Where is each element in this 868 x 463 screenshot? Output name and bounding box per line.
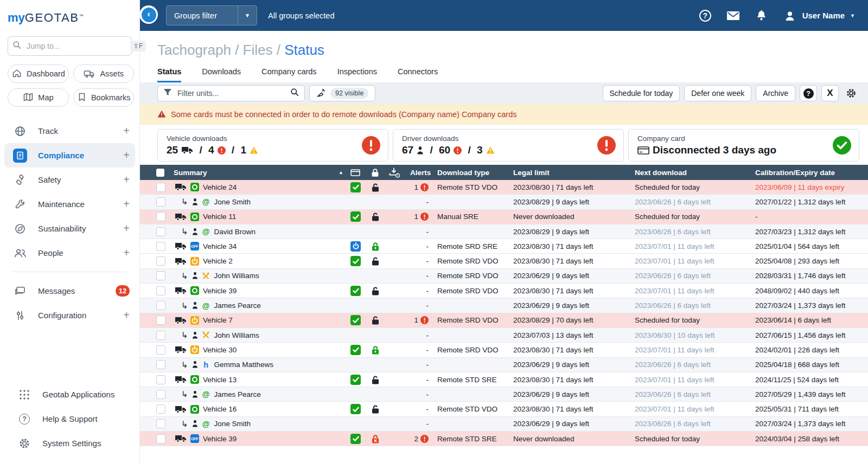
- user-menu-caret-icon[interactable]: ▼: [850, 13, 855, 18]
- sidebar-item-safety[interactable]: Safety+: [4, 168, 135, 192]
- row-checkbox[interactable]: [156, 331, 165, 340]
- select-all-checkbox[interactable]: [156, 169, 164, 177]
- col-legal-limit[interactable]: Legal limit: [513, 169, 635, 177]
- download-info-col-icon[interactable]: [388, 168, 410, 178]
- expand-plus-icon[interactable]: +: [123, 222, 130, 235]
- expand-plus-icon[interactable]: +: [123, 173, 130, 186]
- user-name[interactable]: User Name: [802, 11, 845, 20]
- breadcrumb-status[interactable]: Status: [284, 42, 324, 58]
- expand-plus-icon[interactable]: +: [123, 198, 130, 210]
- sidebar-item-sustainability[interactable]: Sustainability+: [4, 216, 135, 241]
- driver-row[interactable]: ↳John Williams-Remote SRD VDO2023/06/29 …: [140, 269, 868, 284]
- driver-row[interactable]: ↳@James Pearce-2023/06/29 | 9 days left2…: [140, 298, 868, 313]
- sidebar-item-help-support[interactable]: ?Help & Support: [9, 407, 131, 431]
- search-icon[interactable]: [290, 88, 299, 99]
- row-checkbox[interactable]: [156, 419, 165, 428]
- driver-row[interactable]: ↳hGemma Matthews-2023/06/29 | 9 days lef…: [140, 358, 868, 372]
- archive-button[interactable]: Archive: [756, 85, 795, 101]
- vehicle-name[interactable]: Vehicle 11: [203, 213, 236, 221]
- export-x-button[interactable]: X: [821, 85, 839, 101]
- vehicle-row[interactable]: Vehicle 2-Remote SRD VDO2023/08/30 | 71 …: [140, 254, 868, 268]
- row-checkbox[interactable]: [156, 404, 165, 414]
- company-card-col-icon[interactable]: [350, 169, 371, 176]
- row-checkbox[interactable]: [156, 183, 165, 192]
- col-alerts[interactable]: Alerts: [410, 169, 437, 177]
- sidebar-item-maintenance[interactable]: Maintenance+: [4, 192, 135, 216]
- summary-card-vehicle-downloads[interactable]: Vehicle downloads25 / 4 / 1: [157, 129, 388, 162]
- vehicle-row[interactable]: Vehicle 39-Remote SRD VDO2023/08/30 | 71…: [140, 284, 868, 298]
- driver-name[interactable]: Jone Smith: [214, 420, 251, 428]
- summary-card-driver-downloads[interactable]: Driver downloads67 / 60 / 3: [393, 129, 624, 162]
- driver-row[interactable]: ↳John Williams-2023/07/03 | 13 days left…: [140, 328, 868, 343]
- sidebar-item-people[interactable]: People+: [4, 241, 135, 265]
- clear-filter-button[interactable]: 92 visible: [309, 85, 375, 101]
- row-checkbox[interactable]: [156, 301, 165, 310]
- help-circle-button[interactable]: ?: [800, 85, 817, 101]
- row-checkbox[interactable]: [156, 390, 165, 399]
- sidebar-item-configuration[interactable]: Configuration+: [4, 303, 135, 327]
- row-checkbox[interactable]: [156, 227, 165, 236]
- vehicle-name[interactable]: Vehicle 39: [203, 435, 237, 443]
- sort-asc-icon[interactable]: ▲: [339, 170, 350, 175]
- driver-row[interactable]: ↳@David Brown-2023/08/29 | 9 days left20…: [140, 224, 868, 239]
- notifications-icon[interactable]: [755, 9, 769, 23]
- driver-row[interactable]: ↳@Jone Smith-2023/08/29 | 9 days left202…: [140, 195, 868, 209]
- sidebar-item-messages[interactable]: Messages12: [4, 279, 135, 303]
- expand-plus-icon[interactable]: +: [123, 247, 130, 259]
- jump-to-input[interactable]: [25, 41, 126, 51]
- col-next-download[interactable]: Next download: [635, 169, 755, 177]
- vehicle-name[interactable]: Vehicle 2: [203, 257, 233, 265]
- tab-company-cards[interactable]: Company cards: [261, 67, 317, 82]
- col-summary[interactable]: Summary: [173, 169, 339, 177]
- vehicle-row[interactable]: Vehicle 111Manual SRENever downloadedSch…: [140, 210, 868, 224]
- driver-name[interactable]: James Pearce: [214, 390, 261, 398]
- mail-icon[interactable]: [726, 9, 741, 23]
- driver-name[interactable]: James Pearce: [214, 301, 261, 310]
- user-icon[interactable]: [783, 9, 797, 23]
- vehicle-name[interactable]: Vehicle 13: [203, 376, 237, 384]
- tab-status[interactable]: Status: [157, 67, 181, 82]
- jump-to-search[interactable]: ⇧F: [8, 36, 132, 56]
- row-checkbox[interactable]: [156, 345, 165, 355]
- expand-plus-icon[interactable]: +: [123, 149, 130, 162]
- caret-down-icon[interactable]: ▼: [238, 6, 257, 25]
- col-download-type[interactable]: Download type: [437, 169, 513, 177]
- row-checkbox[interactable]: [156, 212, 165, 221]
- sidebar-item-compliance[interactable]: Compliance+: [4, 143, 135, 168]
- vehicle-row[interactable]: Vehicle 13-Remote STD SRE2023/08/30 | 71…: [140, 372, 868, 387]
- groups-filter-dropdown[interactable]: Groups filter ▼: [166, 5, 257, 25]
- lock-col-icon[interactable]: [371, 168, 388, 177]
- row-checkbox[interactable]: [156, 360, 165, 369]
- quick-button-assets[interactable]: Assets: [73, 65, 135, 83]
- vehicle-row[interactable]: Vehicle 30-Remote SRD VDO2023/08/30 | 71…: [140, 343, 868, 357]
- vehicle-name[interactable]: Vehicle 24: [203, 183, 237, 191]
- row-checkbox[interactable]: [156, 242, 165, 251]
- filter-units-input[interactable]: [176, 88, 286, 98]
- quick-button-map[interactable]: Map: [8, 88, 69, 107]
- driver-row[interactable]: ↳@Jone Smith-2023/06/29 | 9 days left202…: [140, 417, 868, 432]
- tab-inspections[interactable]: Inspections: [337, 67, 377, 82]
- row-checkbox[interactable]: [156, 271, 165, 280]
- settings-gear-button[interactable]: [843, 85, 859, 101]
- sidebar-collapse-button[interactable]: ‹: [139, 5, 158, 24]
- row-checkbox[interactable]: [156, 316, 165, 325]
- row-checkbox[interactable]: [156, 286, 165, 295]
- sidebar-item-system-settings[interactable]: System Settings: [9, 431, 131, 455]
- summary-card-company-card[interactable]: Company cardDisconnected 3 days ago: [628, 129, 859, 162]
- quick-button-bookmarks[interactable]: Bookmarks: [73, 88, 135, 107]
- row-checkbox[interactable]: [156, 256, 165, 266]
- breadcrumb-tachograph[interactable]: Tachograph: [157, 42, 231, 58]
- defer-one-week-button[interactable]: Defer one week: [684, 85, 751, 101]
- driver-row[interactable]: ↳@James Pearce-2023/06/29 | 9 days left2…: [140, 387, 868, 402]
- schedule-for-today-button[interactable]: Schedule for today: [603, 85, 680, 101]
- vehicle-name[interactable]: Vehicle 7: [203, 316, 233, 324]
- filter-units-input-wrap[interactable]: [157, 85, 305, 101]
- vehicle-row[interactable]: Vehicle 71Remote SRD VDO2023/08/29 | 70 …: [140, 313, 868, 328]
- breadcrumb-files[interactable]: Files: [243, 42, 273, 58]
- row-checkbox[interactable]: [156, 375, 165, 384]
- vehicle-name[interactable]: Vehicle 16: [203, 405, 237, 413]
- driver-name[interactable]: Jone Smith: [214, 198, 251, 206]
- vehicle-name[interactable]: Vehicle 39: [203, 287, 237, 295]
- driver-name[interactable]: David Brown: [214, 228, 256, 236]
- tab-downloads[interactable]: Downloads: [202, 67, 241, 82]
